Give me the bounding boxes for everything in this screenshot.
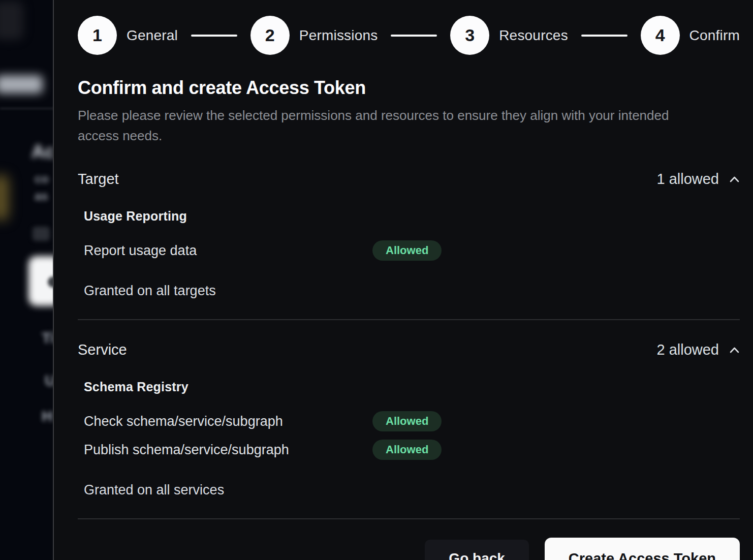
create-access-token-button[interactable]: Create Access Token <box>545 538 740 560</box>
page-subtitle: Please please review the selected permis… <box>78 105 708 146</box>
step-2-label: Permissions <box>299 27 378 44</box>
blurred-text-fragment: as <box>35 189 48 203</box>
step-4-number: 4 <box>655 25 665 45</box>
permission-label: Report usage data <box>84 243 372 259</box>
granted-note: Granted on all services <box>78 482 740 498</box>
group-name: Schema Registry <box>84 380 740 394</box>
step-general[interactable]: 1 General <box>78 16 178 55</box>
create-access-token-panel: 1 General 2 Permissions 3 Resources <box>55 0 753 560</box>
blurred-text-fragment: Ti <box>42 329 54 347</box>
target-section: Target 1 allowed Usage Reporting Report … <box>78 171 740 299</box>
step-1-label: General <box>127 27 178 44</box>
group-name: Usage Reporting <box>84 209 740 224</box>
stepper-connector <box>191 35 237 37</box>
target-collapse-toggle[interactable]: 1 allowed <box>656 171 740 188</box>
step-4-circle: 4 <box>641 16 680 55</box>
footer-actions: Go back Create Access Token <box>78 538 740 560</box>
granted-note: Granted on all targets <box>78 283 740 299</box>
service-section-header: Service 2 allowed <box>78 341 740 358</box>
blurred-yellow-element <box>0 175 8 220</box>
step-3-circle: 3 <box>450 16 489 55</box>
permission-label: Publish schema/service/subgraph <box>84 442 372 458</box>
footer-divider <box>78 518 740 519</box>
service-section: Service 2 allowed Schema Registry Check … <box>78 341 740 498</box>
page-title: Confirm and create Access Token <box>78 77 740 99</box>
target-section-header: Target 1 allowed <box>78 171 740 188</box>
blurred-divider <box>0 108 54 109</box>
step-resources[interactable]: 3 Resources <box>450 16 568 55</box>
permission-row: Publish schema/service/subgraph Allowed <box>84 440 740 460</box>
allowed-badge: Allowed <box>372 440 442 460</box>
step-permissions[interactable]: 2 Permissions <box>250 16 378 55</box>
go-back-button[interactable]: Go back <box>425 540 528 560</box>
target-section-title: Target <box>78 171 119 188</box>
permission-row: Check schema/service/subgraph Allowed <box>84 411 740 431</box>
step-3-label: Resources <box>499 27 568 44</box>
permission-label: Check schema/service/subgraph <box>84 414 372 429</box>
chevron-up-icon <box>729 347 740 356</box>
step-1-number: 1 <box>92 25 102 45</box>
section-divider <box>78 319 740 320</box>
stepper-connector <box>391 35 437 37</box>
allowed-badge: Allowed <box>372 411 442 431</box>
step-2-number: 2 <box>265 25 275 45</box>
stepper: 1 General 2 Permissions 3 Resources <box>78 16 740 55</box>
blurred-text-fragment: co <box>35 172 49 186</box>
blurred-text-fragment: H <box>42 408 53 425</box>
screen: Ac co as Ti U H 1 General 2 Permission <box>0 0 753 560</box>
step-1-circle: 1 <box>78 16 117 55</box>
blurred-heading-fragment: Ac <box>32 141 54 163</box>
service-collapse-toggle[interactable]: 2 allowed <box>656 341 740 358</box>
service-section-title: Service <box>78 341 127 358</box>
service-allowed-count: 2 allowed <box>656 341 719 358</box>
step-2-circle: 2 <box>250 16 290 55</box>
target-allowed-count: 1 allowed <box>656 171 719 188</box>
blurred-card <box>0 1 23 40</box>
background-sidebar: Ac co as Ti U H <box>0 0 54 560</box>
blurred-small-icon <box>33 227 50 241</box>
blurred-nav-text <box>0 75 43 94</box>
step-4-label: Confirm <box>689 27 740 44</box>
usage-reporting-group: Usage Reporting Report usage data Allowe… <box>78 209 740 261</box>
blurred-text-fragment: U <box>45 372 54 389</box>
schema-registry-group: Schema Registry Check schema/service/sub… <box>78 380 740 460</box>
chevron-up-icon <box>729 176 740 185</box>
allowed-badge: Allowed <box>372 240 442 261</box>
stepper-connector <box>581 35 628 37</box>
permission-row: Report usage data Allowed <box>84 240 740 261</box>
step-confirm[interactable]: 4 Confirm <box>641 16 740 55</box>
step-3-number: 3 <box>465 25 475 45</box>
